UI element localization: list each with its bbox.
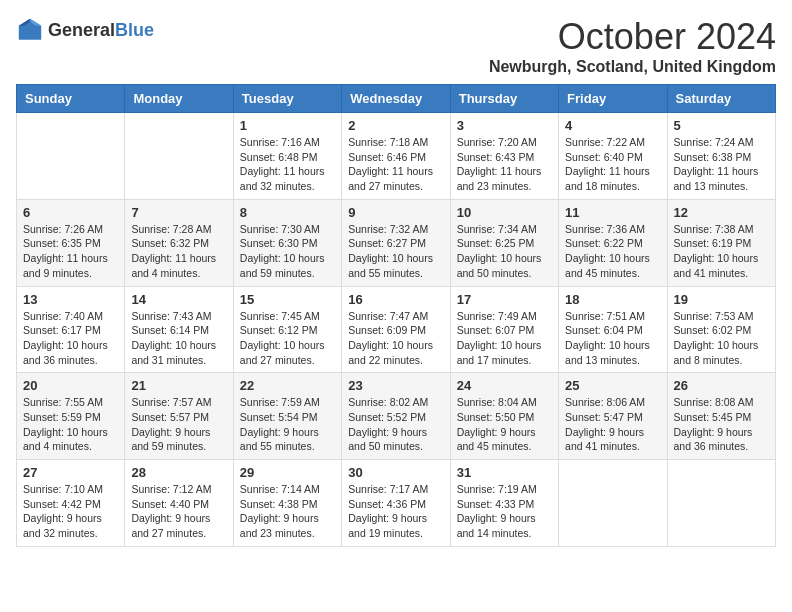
day-number: 8 xyxy=(240,205,335,220)
day-number: 10 xyxy=(457,205,552,220)
calendar-cell: 2Sunrise: 7:18 AM Sunset: 6:46 PM Daylig… xyxy=(342,113,450,200)
day-number: 17 xyxy=(457,292,552,307)
day-number: 29 xyxy=(240,465,335,480)
day-info: Sunrise: 7:45 AM Sunset: 6:12 PM Dayligh… xyxy=(240,309,335,368)
day-number: 13 xyxy=(23,292,118,307)
day-info: Sunrise: 7:22 AM Sunset: 6:40 PM Dayligh… xyxy=(565,135,660,194)
calendar-cell xyxy=(125,113,233,200)
calendar-cell: 12Sunrise: 7:38 AM Sunset: 6:19 PM Dayli… xyxy=(667,199,775,286)
calendar-cell: 29Sunrise: 7:14 AM Sunset: 4:38 PM Dayli… xyxy=(233,460,341,547)
day-info: Sunrise: 7:26 AM Sunset: 6:35 PM Dayligh… xyxy=(23,222,118,281)
calendar-cell: 7Sunrise: 7:28 AM Sunset: 6:32 PM Daylig… xyxy=(125,199,233,286)
day-header-saturday: Saturday xyxy=(667,85,775,113)
day-info: Sunrise: 7:19 AM Sunset: 4:33 PM Dayligh… xyxy=(457,482,552,541)
day-number: 27 xyxy=(23,465,118,480)
day-header-thursday: Thursday xyxy=(450,85,558,113)
calendar-cell: 30Sunrise: 7:17 AM Sunset: 4:36 PM Dayli… xyxy=(342,460,450,547)
logo-blue: Blue xyxy=(115,20,154,40)
calendar-cell: 25Sunrise: 8:06 AM Sunset: 5:47 PM Dayli… xyxy=(559,373,667,460)
day-info: Sunrise: 7:47 AM Sunset: 6:09 PM Dayligh… xyxy=(348,309,443,368)
day-number: 3 xyxy=(457,118,552,133)
day-number: 14 xyxy=(131,292,226,307)
day-number: 20 xyxy=(23,378,118,393)
day-number: 19 xyxy=(674,292,769,307)
day-info: Sunrise: 7:14 AM Sunset: 4:38 PM Dayligh… xyxy=(240,482,335,541)
day-info: Sunrise: 7:10 AM Sunset: 4:42 PM Dayligh… xyxy=(23,482,118,541)
day-info: Sunrise: 7:16 AM Sunset: 6:48 PM Dayligh… xyxy=(240,135,335,194)
day-number: 2 xyxy=(348,118,443,133)
month-title: October 2024 xyxy=(489,16,776,58)
calendar-cell xyxy=(559,460,667,547)
day-info: Sunrise: 7:34 AM Sunset: 6:25 PM Dayligh… xyxy=(457,222,552,281)
day-info: Sunrise: 7:49 AM Sunset: 6:07 PM Dayligh… xyxy=(457,309,552,368)
day-number: 11 xyxy=(565,205,660,220)
day-header-wednesday: Wednesday xyxy=(342,85,450,113)
day-number: 15 xyxy=(240,292,335,307)
calendar-cell: 15Sunrise: 7:45 AM Sunset: 6:12 PM Dayli… xyxy=(233,286,341,373)
day-info: Sunrise: 7:57 AM Sunset: 5:57 PM Dayligh… xyxy=(131,395,226,454)
calendar-cell: 3Sunrise: 7:20 AM Sunset: 6:43 PM Daylig… xyxy=(450,113,558,200)
day-info: Sunrise: 7:59 AM Sunset: 5:54 PM Dayligh… xyxy=(240,395,335,454)
day-info: Sunrise: 7:55 AM Sunset: 5:59 PM Dayligh… xyxy=(23,395,118,454)
day-header-sunday: Sunday xyxy=(17,85,125,113)
day-number: 6 xyxy=(23,205,118,220)
day-info: Sunrise: 7:18 AM Sunset: 6:46 PM Dayligh… xyxy=(348,135,443,194)
calendar-cell: 31Sunrise: 7:19 AM Sunset: 4:33 PM Dayli… xyxy=(450,460,558,547)
day-header-monday: Monday xyxy=(125,85,233,113)
calendar-cell: 16Sunrise: 7:47 AM Sunset: 6:09 PM Dayli… xyxy=(342,286,450,373)
day-info: Sunrise: 7:28 AM Sunset: 6:32 PM Dayligh… xyxy=(131,222,226,281)
calendar-cell xyxy=(17,113,125,200)
day-info: Sunrise: 8:02 AM Sunset: 5:52 PM Dayligh… xyxy=(348,395,443,454)
calendar-cell: 21Sunrise: 7:57 AM Sunset: 5:57 PM Dayli… xyxy=(125,373,233,460)
calendar-week-row: 6Sunrise: 7:26 AM Sunset: 6:35 PM Daylig… xyxy=(17,199,776,286)
calendar-cell: 22Sunrise: 7:59 AM Sunset: 5:54 PM Dayli… xyxy=(233,373,341,460)
day-number: 25 xyxy=(565,378,660,393)
calendar-cell: 4Sunrise: 7:22 AM Sunset: 6:40 PM Daylig… xyxy=(559,113,667,200)
location-title: Newburgh, Scotland, United Kingdom xyxy=(489,58,776,76)
day-number: 12 xyxy=(674,205,769,220)
calendar-cell: 27Sunrise: 7:10 AM Sunset: 4:42 PM Dayli… xyxy=(17,460,125,547)
page-header: GeneralBlue October 2024 Newburgh, Scotl… xyxy=(16,16,776,76)
day-header-tuesday: Tuesday xyxy=(233,85,341,113)
calendar-header-row: SundayMondayTuesdayWednesdayThursdayFrid… xyxy=(17,85,776,113)
day-info: Sunrise: 7:12 AM Sunset: 4:40 PM Dayligh… xyxy=(131,482,226,541)
day-info: Sunrise: 8:04 AM Sunset: 5:50 PM Dayligh… xyxy=(457,395,552,454)
day-info: Sunrise: 7:24 AM Sunset: 6:38 PM Dayligh… xyxy=(674,135,769,194)
day-info: Sunrise: 8:08 AM Sunset: 5:45 PM Dayligh… xyxy=(674,395,769,454)
title-section: October 2024 Newburgh, Scotland, United … xyxy=(489,16,776,76)
calendar-cell: 1Sunrise: 7:16 AM Sunset: 6:48 PM Daylig… xyxy=(233,113,341,200)
day-number: 24 xyxy=(457,378,552,393)
calendar-cell: 10Sunrise: 7:34 AM Sunset: 6:25 PM Dayli… xyxy=(450,199,558,286)
day-header-friday: Friday xyxy=(559,85,667,113)
calendar-week-row: 27Sunrise: 7:10 AM Sunset: 4:42 PM Dayli… xyxy=(17,460,776,547)
day-number: 9 xyxy=(348,205,443,220)
day-info: Sunrise: 7:53 AM Sunset: 6:02 PM Dayligh… xyxy=(674,309,769,368)
day-info: Sunrise: 7:40 AM Sunset: 6:17 PM Dayligh… xyxy=(23,309,118,368)
day-info: Sunrise: 7:51 AM Sunset: 6:04 PM Dayligh… xyxy=(565,309,660,368)
calendar-cell: 18Sunrise: 7:51 AM Sunset: 6:04 PM Dayli… xyxy=(559,286,667,373)
calendar-cell: 11Sunrise: 7:36 AM Sunset: 6:22 PM Dayli… xyxy=(559,199,667,286)
day-number: 18 xyxy=(565,292,660,307)
calendar-cell: 26Sunrise: 8:08 AM Sunset: 5:45 PM Dayli… xyxy=(667,373,775,460)
calendar-cell: 14Sunrise: 7:43 AM Sunset: 6:14 PM Dayli… xyxy=(125,286,233,373)
day-number: 26 xyxy=(674,378,769,393)
calendar-cell: 17Sunrise: 7:49 AM Sunset: 6:07 PM Dayli… xyxy=(450,286,558,373)
day-info: Sunrise: 7:36 AM Sunset: 6:22 PM Dayligh… xyxy=(565,222,660,281)
day-number: 5 xyxy=(674,118,769,133)
svg-marker-0 xyxy=(19,19,41,40)
calendar-table: SundayMondayTuesdayWednesdayThursdayFrid… xyxy=(16,84,776,547)
day-number: 4 xyxy=(565,118,660,133)
day-number: 30 xyxy=(348,465,443,480)
day-number: 23 xyxy=(348,378,443,393)
calendar-week-row: 13Sunrise: 7:40 AM Sunset: 6:17 PM Dayli… xyxy=(17,286,776,373)
logo-icon xyxy=(16,16,44,44)
day-number: 16 xyxy=(348,292,443,307)
day-info: Sunrise: 7:17 AM Sunset: 4:36 PM Dayligh… xyxy=(348,482,443,541)
day-number: 22 xyxy=(240,378,335,393)
day-info: Sunrise: 8:06 AM Sunset: 5:47 PM Dayligh… xyxy=(565,395,660,454)
day-info: Sunrise: 7:30 AM Sunset: 6:30 PM Dayligh… xyxy=(240,222,335,281)
calendar-cell: 6Sunrise: 7:26 AM Sunset: 6:35 PM Daylig… xyxy=(17,199,125,286)
calendar-cell xyxy=(667,460,775,547)
calendar-cell: 5Sunrise: 7:24 AM Sunset: 6:38 PM Daylig… xyxy=(667,113,775,200)
day-number: 21 xyxy=(131,378,226,393)
